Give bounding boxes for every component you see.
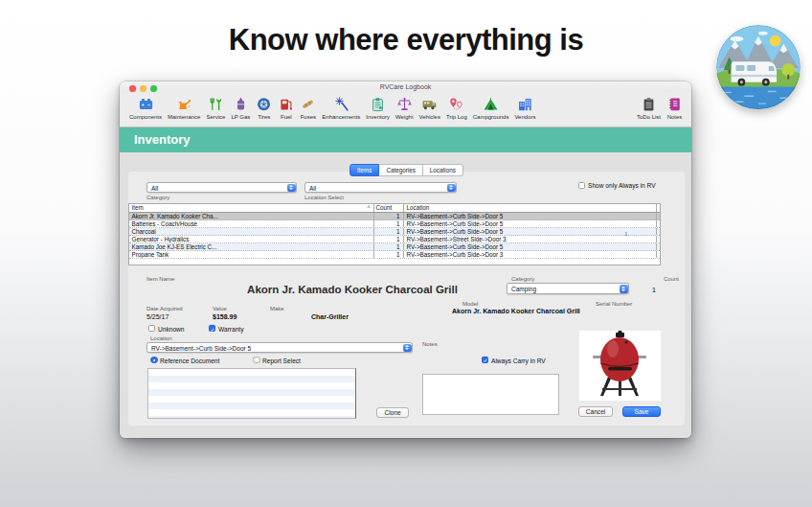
location-filter-select[interactable]: All xyxy=(304,182,457,193)
rvcare-window: RVCare Logbook ComponentsMaintenanceServ… xyxy=(120,81,691,438)
column-header-count[interactable]: Count xyxy=(374,204,404,212)
toolbar-item-label: Fuel xyxy=(281,114,292,120)
cell-spacer xyxy=(657,213,660,219)
cell-location: RV->Basement->Curb Side->Door 5 xyxy=(404,220,657,227)
cell-location: RV->Basement->Street Side->Door 3 xyxy=(404,236,657,242)
tab-categories[interactable]: Categories xyxy=(379,164,422,176)
stepper-icon xyxy=(447,184,456,192)
stepper-icon xyxy=(620,285,628,293)
vehicles-icon xyxy=(421,96,438,112)
table-header[interactable]: Item^CountLocation xyxy=(129,204,660,213)
reference-document-radio[interactable] xyxy=(150,357,158,364)
rv-scene-icon xyxy=(716,25,801,109)
save-button[interactable]: Save xyxy=(622,406,661,417)
toolbar-item-tires[interactable]: Tires xyxy=(256,96,272,120)
toolbar-item-label: Tires xyxy=(258,114,270,120)
table-row[interactable]: Kamado Joe KJ-ES Electric C...1RV->Basem… xyxy=(129,243,660,251)
warranty-label: Warranty xyxy=(218,326,244,333)
table-row[interactable]: Propane Tank1RV->Basement->Curb Side->Do… xyxy=(129,251,660,259)
stray-count-mark: 1 xyxy=(624,231,627,237)
table-row[interactable]: Charcoal1RV->Basement->Curb Side->Door 5 xyxy=(129,228,660,236)
rvcare-app-icon[interactable] xyxy=(716,25,801,109)
service-icon xyxy=(208,96,224,112)
toolbar-item-vehicles[interactable]: Vehicles xyxy=(419,96,440,120)
value-value: $158.99 xyxy=(213,313,237,320)
warranty-checkbox[interactable] xyxy=(209,325,215,332)
report-select-label: Report Select xyxy=(262,357,301,364)
cell-count: 1 xyxy=(374,243,404,250)
trip-log-icon xyxy=(448,96,464,112)
enhancements-icon xyxy=(333,96,350,112)
column-header-location[interactable]: Location xyxy=(404,204,657,212)
unknown-checkbox[interactable] xyxy=(148,325,155,332)
notes-label: Notes xyxy=(422,341,438,347)
maintenance-icon xyxy=(176,96,192,112)
toolbar-item-label: Vehicles xyxy=(419,114,440,120)
toolbar-item-fuel[interactable]: Fuel xyxy=(278,96,294,120)
cell-location: RV->Basement->Curb Side->Door 5 xyxy=(404,228,657,235)
fuel-icon xyxy=(278,96,294,112)
toolbar-item-todo-list[interactable]: ToDo List xyxy=(637,96,661,120)
category-filter-select[interactable]: All xyxy=(147,182,297,193)
clone-button[interactable]: Clone xyxy=(376,407,409,418)
toolbar-item-enhancements[interactable]: Enhancements xyxy=(322,96,360,120)
stepper-icon xyxy=(287,184,296,192)
detail-category-label: Category xyxy=(511,276,534,282)
fuses-icon xyxy=(300,96,316,112)
window-titlebar[interactable]: RVCare Logbook xyxy=(120,81,691,93)
inventory-icon xyxy=(370,96,386,112)
count-value: 1 xyxy=(652,287,656,293)
reference-document-label: Reference Document xyxy=(160,357,219,364)
cell-spacer xyxy=(657,243,660,250)
toolbar-item-label: Fuses xyxy=(301,114,316,120)
cell-item: Generator - Hydralics xyxy=(132,236,190,242)
item-name-label: Item Name xyxy=(147,276,174,282)
tab-items[interactable]: Items xyxy=(350,164,379,176)
toolbar-item-service[interactable]: Service xyxy=(206,96,225,120)
model-label: Model xyxy=(462,301,478,307)
toolbar-item-label: Notes xyxy=(667,114,683,120)
toolbar-item-weight[interactable]: Weight xyxy=(395,96,414,120)
toolbar-item-inventory[interactable]: Inventory xyxy=(366,96,390,120)
location-filter-label: Location Select xyxy=(304,195,344,200)
toolbar-item-label: Trip Log xyxy=(446,114,467,120)
detail-category-value: Camping xyxy=(511,286,536,292)
toolbar-item-campgrounds[interactable]: Campgrounds xyxy=(473,96,509,120)
toolbar-left-group: ComponentsMaintenanceServiceLP GasTiresF… xyxy=(126,96,538,127)
table-row[interactable]: Batteries - Coach/House1RV->Basement->Cu… xyxy=(129,220,660,228)
table-row[interactable]: Akorn Jr. Kamado Kooker Cha...1RV->Basem… xyxy=(129,213,660,220)
column-header-item[interactable]: Item xyxy=(132,204,144,211)
toolbar-item-notes[interactable]: Notes xyxy=(666,96,683,120)
always-carry-checkbox[interactable] xyxy=(482,357,488,363)
table-row[interactable]: Generator - Hydralics1RV->Basement->Stre… xyxy=(129,236,660,243)
toolbar-item-vendors[interactable]: Vendors xyxy=(514,96,535,120)
cell-count: 1 xyxy=(374,236,404,242)
location-select[interactable]: RV->Basement->Curb Side->Door 5 xyxy=(147,342,413,353)
toolbar-item-lp-gas[interactable]: LP Gas xyxy=(231,96,250,120)
reference-document-list[interactable] xyxy=(147,368,356,419)
stepper-icon xyxy=(403,344,412,352)
cell-spacer xyxy=(657,228,660,235)
todo-list-icon xyxy=(641,96,657,112)
make-value: Char-Griller xyxy=(311,313,349,320)
toolbar-item-maintenance[interactable]: Maintenance xyxy=(168,96,200,120)
toolbar-item-trip-log[interactable]: Trip Log xyxy=(446,96,467,120)
model-value: Akorn Jr. Kamado Kooker Charcoal Grill xyxy=(452,308,580,314)
toolbar-item-fuses[interactable]: Fuses xyxy=(300,96,316,120)
item-photo xyxy=(579,331,661,401)
section-title: Inventory xyxy=(134,132,191,147)
category-filter-label: Category xyxy=(147,195,169,200)
tab-locations[interactable]: Locations xyxy=(423,164,463,176)
report-select-radio[interactable] xyxy=(253,357,260,364)
cell-spacer xyxy=(657,236,660,242)
notes-field[interactable] xyxy=(422,374,559,415)
serial-number-label: Serial Number xyxy=(596,301,632,307)
content-area: ItemsCategoriesLocations All Category Al… xyxy=(120,152,691,438)
detail-category-select[interactable]: Camping xyxy=(507,283,629,294)
items-table[interactable]: Item^CountLocation 1 Akorn Jr. Kamado Ko… xyxy=(128,203,661,265)
inventory-panel: All Category All Location Select Show on… xyxy=(127,171,686,426)
cancel-button[interactable]: Cancel xyxy=(578,406,613,417)
toolbar-item-label: Weight xyxy=(395,114,414,120)
show-only-always-in-rv-checkbox[interactable] xyxy=(578,182,585,189)
toolbar-item-components[interactable]: Components xyxy=(129,96,162,120)
